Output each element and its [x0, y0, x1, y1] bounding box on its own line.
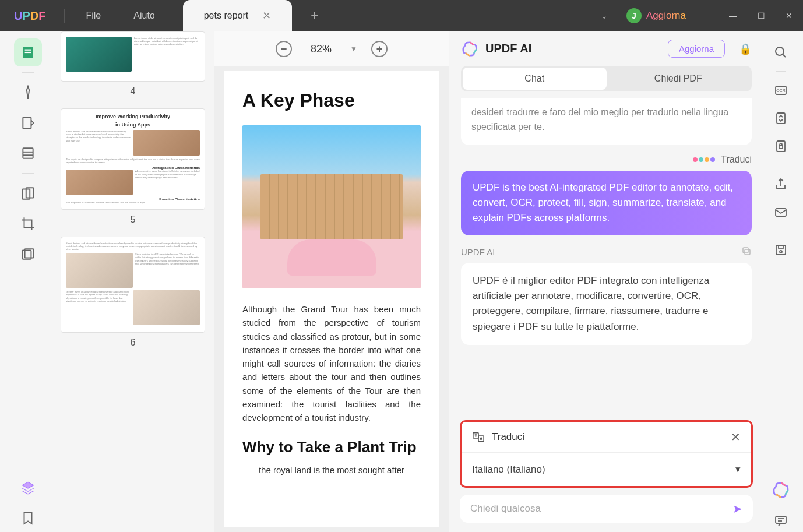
svg-rect-19: [777, 113, 785, 124]
share-icon[interactable]: [769, 172, 793, 196]
svg-rect-3: [23, 117, 31, 129]
svg-line-16: [783, 54, 786, 57]
svg-rect-11: [745, 249, 750, 255]
ocr-icon[interactable]: OCR: [769, 79, 793, 102]
translate-title: Traduci: [492, 431, 724, 443]
svg-rect-12: [743, 248, 748, 253]
language-selector[interactable]: Italiano (Italiano) ▾: [462, 453, 751, 486]
translate-box: Traduci ✕ Italiano (Italiano) ▾: [460, 420, 753, 488]
lock-icon[interactable]: 🔒: [739, 43, 752, 55]
titlebar: UPDF File Aiuto pets report ✕ + ⌄ J Aggi…: [0, 0, 803, 31]
svg-rect-20: [777, 141, 785, 152]
chevron-down-icon: ▾: [735, 463, 741, 475]
upgrade-label: Aggiorna: [646, 10, 686, 22]
color-dots-icon: [693, 157, 715, 162]
doc-image: [242, 125, 421, 288]
thumbnail-page-4[interactable]: Lorem ipsum dolor sit amet consectetur a…: [61, 31, 205, 82]
menu-file[interactable]: File: [69, 10, 117, 21]
ai-message-truncated: desideri tradurre e faro del mio meglio …: [461, 98, 752, 145]
tool-organize[interactable]: [14, 139, 42, 167]
zoom-value: 82%: [306, 43, 336, 55]
comment-panel-icon[interactable]: [769, 509, 793, 532]
ai-message: UPDF è il miglior editor PDF integrato c…: [461, 263, 752, 345]
svg-rect-4: [23, 148, 33, 158]
right-toolbar: OCR: [763, 31, 798, 532]
ai-sender-label: UPDF AI: [461, 247, 495, 257]
svg-rect-1: [25, 50, 31, 51]
chat-input-row: ➤: [460, 495, 753, 523]
language-value: Italiano (Italiano): [472, 464, 545, 475]
left-toolbar: [5, 31, 51, 532]
menu-help[interactable]: Aiuto: [117, 10, 171, 21]
document-page[interactable]: A Key Phase Although the Grand Tour has …: [224, 71, 439, 527]
translate-icon: [472, 431, 485, 443]
svg-rect-2: [25, 52, 31, 53]
tab-close-icon[interactable]: ✕: [262, 9, 271, 22]
protect-icon[interactable]: [769, 135, 793, 158]
avatar: J: [626, 8, 642, 23]
ai-tabs: Chat Chiedi PDF: [461, 66, 752, 91]
tab-active[interactable]: pets report ✕: [183, 0, 292, 31]
thumbnail-page-5[interactable]: Improve Working Productivity in Using Ap…: [61, 108, 205, 210]
zoom-out-button[interactable]: −: [276, 41, 292, 57]
tool-crop[interactable]: [14, 210, 42, 238]
svg-point-25: [780, 251, 782, 253]
zoom-dropdown-icon[interactable]: ▼: [350, 45, 357, 53]
ai-panel-title: UPDF AI: [485, 42, 661, 55]
updf-mini-logo-icon[interactable]: [772, 481, 790, 499]
svg-rect-21: [779, 146, 783, 149]
tool-pages[interactable]: [14, 179, 42, 207]
document-viewer: − 82% ▼ + A Key Phase Although the Grand…: [214, 31, 449, 532]
ai-messages: desideri tradurre e faro del mio meglio …: [449, 98, 763, 415]
zoom-toolbar: − 82% ▼ +: [214, 31, 449, 66]
tool-bookmark[interactable]: [14, 504, 42, 532]
thumbnail-number: 5: [61, 214, 205, 225]
translate-close-icon[interactable]: ✕: [731, 430, 741, 444]
tab-chat[interactable]: Chat: [463, 68, 607, 90]
thumbnail-number: 4: [61, 86, 205, 97]
doc-paragraph: the royal land is the most sought after: [242, 463, 421, 477]
svg-rect-24: [779, 245, 783, 248]
updf-ai-logo-icon: [461, 40, 478, 58]
tool-layers[interactable]: [14, 474, 42, 502]
tool-edit[interactable]: [14, 109, 42, 137]
doc-paragraph: Although the Grand Tour has been much st…: [242, 302, 421, 424]
svg-text:OCR: OCR: [776, 89, 786, 93]
doc-heading: Why to Take a Plant Trip: [242, 438, 421, 456]
user-message: UPDF is the best AI-integrated PDF edito…: [461, 171, 752, 235]
ai-panel: UPDF AI Aggiorna 🔒 Chat Chiedi PDF desid…: [449, 31, 763, 532]
window-maximize-icon[interactable]: ☐: [747, 0, 775, 31]
user-upgrade-button[interactable]: J Aggiorna: [619, 6, 693, 26]
doc-heading: A Key Phase: [242, 90, 421, 111]
tool-reader[interactable]: [14, 38, 42, 66]
tab-add-button[interactable]: +: [304, 8, 325, 23]
svg-rect-26: [776, 516, 786, 523]
email-icon[interactable]: [769, 200, 793, 224]
thumbnail-page-6[interactable]: Smart devices and internet based applica…: [61, 237, 205, 333]
convert-icon[interactable]: [769, 107, 793, 130]
tool-comment[interactable]: [14, 79, 42, 107]
window-minimize-icon[interactable]: —: [719, 0, 747, 31]
save-icon[interactable]: [769, 238, 793, 262]
ai-upgrade-button[interactable]: Aggiorna: [668, 40, 725, 58]
window-close-icon[interactable]: ✕: [775, 0, 803, 31]
app-logo: UPDF: [0, 9, 59, 23]
zoom-in-button[interactable]: +: [371, 41, 388, 57]
tabs-dropdown-icon[interactable]: ⌄: [589, 11, 619, 20]
svg-point-15: [776, 47, 784, 55]
tool-watermark[interactable]: [14, 240, 42, 268]
copy-icon[interactable]: [741, 246, 752, 258]
thumbnails-panel: Lorem ipsum dolor sit amet consectetur a…: [51, 31, 214, 532]
tab-ask-pdf[interactable]: Chiedi PDF: [607, 68, 751, 90]
search-icon[interactable]: [769, 41, 793, 64]
send-button[interactable]: ➤: [732, 502, 742, 516]
action-label: Traduci: [721, 154, 752, 165]
tab-label: pets report: [204, 10, 248, 21]
chat-input[interactable]: [470, 503, 732, 515]
thumbnail-number: 6: [61, 337, 205, 348]
svg-rect-22: [776, 209, 786, 216]
